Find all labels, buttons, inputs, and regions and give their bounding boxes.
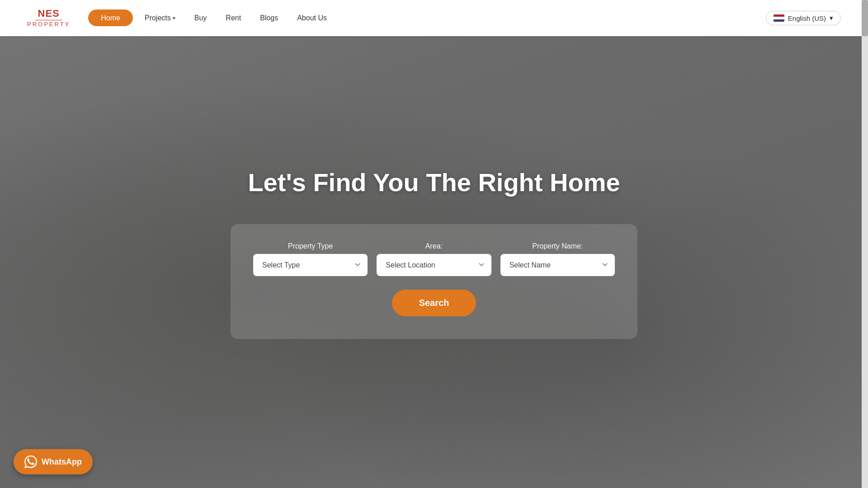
area-label: Area:: [377, 242, 491, 250]
hero-section: Let's Find You The Right Home Property T…: [0, 0, 868, 488]
nav-item-projects[interactable]: Projects ▾: [137, 10, 183, 26]
search-fields: Property Type Select Type Apartment Vill…: [253, 242, 615, 276]
us-flag-icon: [774, 14, 784, 22]
language-dropdown-arrow: ▾: [830, 14, 833, 22]
whatsapp-button[interactable]: WhatsApp: [14, 449, 93, 474]
rent-link[interactable]: Rent: [218, 10, 248, 25]
whatsapp-icon: [24, 455, 37, 468]
blogs-link[interactable]: Blogs: [253, 10, 285, 25]
property-type-field: Property Type Select Type Apartment Vill…: [253, 242, 368, 276]
home-link[interactable]: Home: [88, 9, 133, 26]
logo-nes: NES: [38, 8, 60, 19]
nav-item-about[interactable]: About Us: [290, 14, 334, 22]
nav-item-rent[interactable]: Rent: [218, 14, 248, 22]
name-label: Property Name:: [500, 242, 615, 250]
scroll-thumb[interactable]: [862, 0, 868, 36]
logo-divider: [35, 20, 62, 20]
property-name-field: Property Name: Select Name Palm Jumeirah…: [500, 242, 615, 276]
about-link[interactable]: About Us: [290, 10, 334, 25]
nav-item-buy[interactable]: Buy: [187, 14, 214, 22]
type-label: Property Type: [253, 242, 368, 250]
navbar: NES PROPERTY Home Projects ▾ Buy Rent Bl…: [0, 0, 868, 36]
name-select[interactable]: Select Name Palm Jumeirah Burj Khalifa D…: [500, 254, 615, 276]
logo[interactable]: NES PROPERTY: [27, 8, 70, 28]
navbar-left: NES PROPERTY Home Projects ▾ Buy Rent Bl…: [27, 8, 334, 28]
hero-content: Let's Find You The Right Home Property T…: [0, 168, 868, 339]
nav-item-home[interactable]: Home: [88, 14, 133, 22]
hero-title: Let's Find You The Right Home: [248, 168, 620, 197]
projects-link[interactable]: Projects ▾: [137, 10, 183, 26]
language-selector[interactable]: English (US) ▾: [766, 11, 841, 25]
area-field: Area: Select Location Dubai Marina Downt…: [377, 242, 491, 276]
whatsapp-label: WhatsApp: [42, 457, 82, 467]
language-label: English (US): [788, 14, 826, 22]
logo-property: PROPERTY: [27, 21, 70, 28]
buy-link[interactable]: Buy: [187, 10, 214, 25]
type-select[interactable]: Select Type Apartment Villa Townhouse Pe…: [253, 254, 368, 276]
projects-dropdown-arrow: ▾: [173, 15, 175, 21]
search-button[interactable]: Search: [392, 290, 476, 316]
location-select[interactable]: Select Location Dubai Marina Downtown Du…: [377, 254, 491, 276]
search-form: Property Type Select Type Apartment Vill…: [231, 224, 637, 339]
scrollbar[interactable]: [862, 0, 868, 488]
nav-links: Home Projects ▾ Buy Rent Blogs About Us: [88, 10, 334, 26]
nav-item-blogs[interactable]: Blogs: [253, 14, 285, 22]
